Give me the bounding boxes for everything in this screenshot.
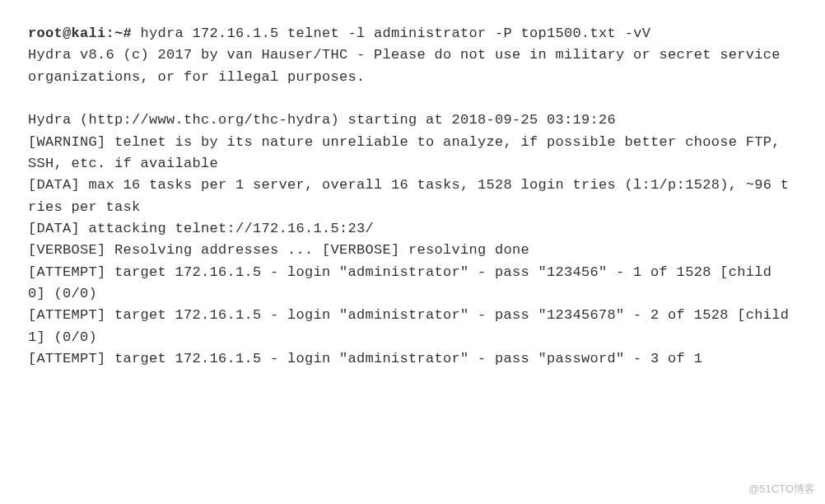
output-line: [WARNING] telnet is by its nature unreli… — [28, 134, 789, 171]
output-line: [DATA] max 16 tasks per 1 server, overal… — [28, 177, 789, 214]
output-line: [ATTEMPT] target 172.16.1.5 - login "adm… — [28, 307, 798, 344]
watermark: @51CTO博客 — [748, 481, 815, 497]
output-line: [DATA] attacking telnet://172.16.1.5:23/ — [28, 221, 374, 236]
prompt: root@kali:~# — [28, 26, 132, 41]
output-line: [ATTEMPT] target 172.16.1.5 - login "adm… — [28, 264, 781, 301]
command-text: hydra 172.16.1.5 telnet -l administrator… — [132, 26, 650, 41]
output-line: [ATTEMPT] target 172.16.1.5 - login "adm… — [28, 351, 702, 366]
output-line: Hydra (http://www.thc.org/thc-hydra) sta… — [28, 112, 616, 128]
output-line: [VERBOSE] Resolving addresses ... [VERBO… — [28, 242, 529, 258]
output-line: Hydra v8.6 (c) 2017 by van Hauser/THC - … — [28, 47, 789, 84]
terminal-output: root@kali:~# hydra 172.16.1.5 telnet -l … — [0, 0, 825, 379]
